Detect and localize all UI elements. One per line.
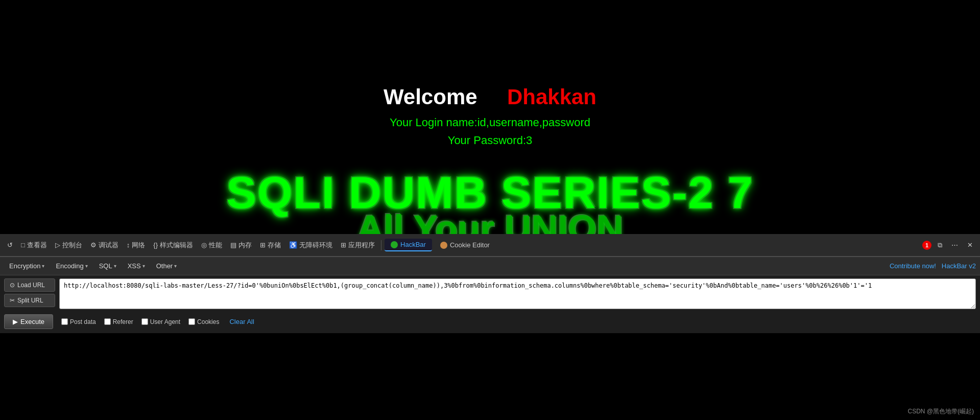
post-data-checkbox-label[interactable]: Post data (61, 318, 96, 325)
referer-checkbox[interactable] (104, 318, 111, 325)
contribute-text: Contribute now! (890, 262, 936, 270)
hackbar-icon (391, 241, 398, 248)
inspector-icon: □ (21, 241, 25, 249)
xss-chevron: ▾ (142, 263, 145, 269)
encryption-chevron: ▾ (42, 263, 44, 269)
toolbar-separator (381, 240, 381, 250)
style-editor-btn[interactable]: {} 样式编辑器 (150, 239, 196, 252)
console-icon: ▷ (55, 241, 60, 249)
close-icon: ✕ (967, 241, 973, 249)
memory-btn[interactable]: ▤ 内存 (227, 239, 255, 252)
hackbar-menu: Encryption ▾ Encoding ▾ SQL ▾ XSS ▾ Othe… (0, 257, 980, 275)
close-devtools-btn[interactable]: ✕ (964, 239, 976, 251)
login-name-line: Your Login name:id,username,password (390, 113, 590, 131)
main-content: Welcome Dhakkan Your Login name:id,usern… (0, 0, 980, 234)
other-chevron: ▾ (174, 263, 177, 269)
hackbar-panel: Encryption ▾ Encoding ▾ SQL ▾ XSS ▾ Othe… (0, 256, 980, 333)
cookie-icon (440, 242, 447, 249)
encoding-menu-btn[interactable]: Encoding ▾ (51, 260, 92, 272)
welcome-heading: Welcome Dhakkan (384, 85, 596, 109)
cookies-label: Cookies (197, 318, 219, 325)
network-icon: ↕ (127, 241, 130, 249)
url-input[interactable]: http://localhost:8080/sqli-labs-master/L… (59, 278, 976, 309)
welcome-label: Welcome (384, 85, 477, 109)
split-url-icon: ✂ (10, 297, 15, 304)
console-label: 控制台 (62, 241, 82, 250)
user-agent-label: User Agent (150, 318, 180, 325)
hackbar-tab[interactable]: HackBar (385, 239, 432, 251)
csdn-watermark-text: CSDN @黑色地带(崛起) (907, 408, 974, 415)
other-menu-btn[interactable]: Other ▾ (151, 260, 182, 272)
split-url-label: Split URL (17, 297, 43, 304)
encryption-label: Encryption (9, 262, 40, 270)
performance-btn[interactable]: ◎ 性能 (198, 239, 225, 252)
post-data-label: Post data (70, 318, 96, 325)
sql-label: SQL (99, 262, 112, 270)
more-tools-icon: ⋯ (951, 241, 958, 249)
load-url-label: Load URL (17, 282, 45, 289)
network-btn[interactable]: ↕ 网络 (124, 239, 149, 252)
password-line: Your Password:3 (390, 131, 590, 149)
applications-btn[interactable]: ⊞ 应用程序 (338, 239, 378, 252)
notification-count: 1 (925, 242, 928, 248)
browser-toolbar: ↺ □ 查看器 ▷ 控制台 ⚙ 调试器 ↕ 网络 {} 样式编辑器 ◎ 性能 ▤… (0, 234, 980, 256)
accessibility-label: 无障碍环境 (299, 241, 332, 250)
network-label: 网络 (132, 241, 145, 250)
execute-icon: ▶ (13, 318, 18, 325)
login-info: Your Login name:id,username,password You… (390, 113, 590, 149)
cookies-checkbox[interactable] (188, 318, 195, 325)
user-agent-checkbox-label[interactable]: User Agent (141, 318, 180, 325)
debugger-icon: ⚙ (90, 241, 97, 249)
encoding-label: Encoding (56, 262, 83, 270)
encoding-chevron: ▾ (85, 263, 88, 269)
xss-menu-btn[interactable]: XSS ▾ (123, 260, 150, 272)
nav-back-btn[interactable]: ↺ (4, 239, 16, 251)
left-buttons: ⊙ Load URL ✂ Split URL (4, 278, 55, 307)
split-url-btn[interactable]: ✂ Split URL (4, 294, 55, 307)
union-title: All Your UNION (357, 207, 623, 234)
post-data-checkbox[interactable] (61, 318, 68, 325)
user-agent-checkbox[interactable] (141, 318, 148, 325)
inspector-label: 查看器 (27, 241, 47, 250)
memory-label: 内存 (238, 241, 252, 250)
sql-menu-btn[interactable]: SQL ▾ (94, 260, 122, 272)
hackbar-footer: ▶ Execute Post data Referer User Agent C… (0, 312, 980, 333)
referer-checkbox-label[interactable]: Referer (104, 318, 133, 325)
accessibility-btn[interactable]: ♿ 无障碍环境 (286, 239, 336, 252)
memory-icon: ▤ (230, 241, 236, 249)
encryption-menu-btn[interactable]: Encryption ▾ (4, 260, 50, 272)
applications-icon: ⊞ (341, 241, 346, 249)
applications-label: 应用程序 (348, 241, 375, 250)
cookie-editor-tab[interactable]: Cookie Editor (434, 239, 496, 251)
storage-icon: ⊞ (260, 241, 266, 249)
cookies-checkbox-label[interactable]: Cookies (188, 318, 219, 325)
xss-label: XSS (128, 262, 141, 270)
inspector-btn[interactable]: □ 查看器 (18, 239, 50, 252)
other-label: Other (156, 262, 173, 270)
version-text: HackBar v2 (942, 262, 976, 270)
hackbar-content: ⊙ Load URL ✂ Split URL http://localhost:… (0, 275, 980, 312)
cookie-editor-label: Cookie Editor (450, 241, 490, 249)
debugger-btn[interactable]: ⚙ 调试器 (87, 239, 122, 252)
debugger-label: 调试器 (99, 241, 118, 250)
more-tools-btn[interactable]: ⋯ (948, 239, 961, 251)
load-url-icon: ⊙ (10, 282, 15, 289)
style-editor-icon: {} (153, 241, 158, 249)
sql-chevron: ▾ (114, 263, 116, 269)
execute-btn[interactable]: ▶ Execute (4, 314, 53, 329)
storage-btn[interactable]: ⊞ 存储 (257, 239, 284, 252)
csdn-watermark: CSDN @黑色地带(崛起) (907, 407, 974, 416)
referer-label: Referer (113, 318, 133, 325)
storage-label: 存储 (268, 241, 281, 250)
style-editor-label: 样式编辑器 (160, 241, 193, 250)
clear-all-btn[interactable]: Clear All (229, 318, 254, 325)
console-btn[interactable]: ▷ 控制台 (52, 239, 85, 252)
load-url-btn[interactable]: ⊙ Load URL (4, 278, 55, 292)
username-label: Dhakkan (507, 85, 596, 109)
contribute-link[interactable]: Contribute now! HackBar v2 (890, 262, 976, 270)
execute-label: Execute (20, 318, 44, 325)
toolbar-right: 1 ⧉ ⋯ ✕ (922, 239, 976, 251)
hackbar-label: HackBar (400, 241, 426, 248)
copy-page-btn[interactable]: ⧉ (935, 239, 945, 251)
notification-badge: 1 (922, 241, 931, 250)
